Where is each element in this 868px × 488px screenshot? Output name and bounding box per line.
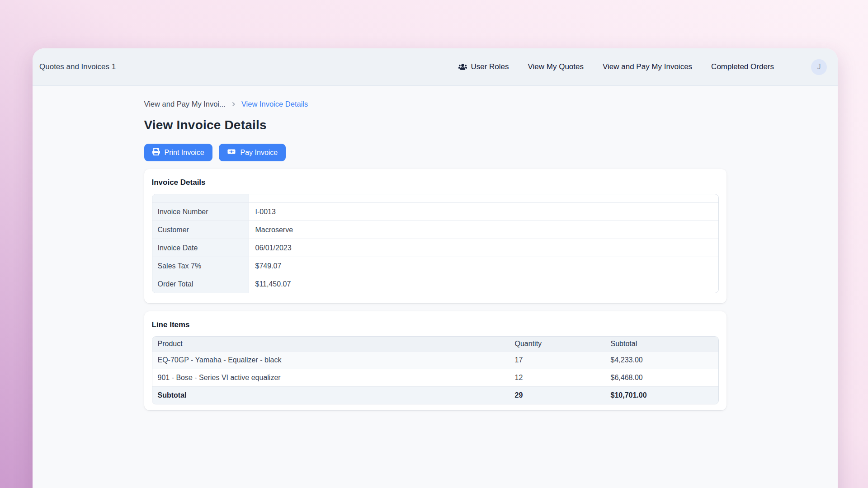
row-label: Customer xyxy=(152,221,249,239)
column-header-quantity: Quantity xyxy=(509,340,605,348)
column-header-product: Product xyxy=(152,340,509,348)
table-row: Invoice Number I-0013 xyxy=(152,202,718,221)
nav-label: View My Quotes xyxy=(528,62,584,71)
column-header-subtotal: Subtotal xyxy=(605,340,718,348)
page-title: View Invoice Details xyxy=(144,118,726,132)
app-window: Quotes and Invoices 1 User Roles View My… xyxy=(33,48,838,488)
invoice-details-table-header xyxy=(152,194,718,202)
button-label: Pay Invoice xyxy=(241,149,278,157)
table-row: Invoice Date 06/01/2023 xyxy=(152,239,718,257)
nav-item-view-and-pay-my-invoices[interactable]: View and Pay My Invoices xyxy=(603,62,692,71)
cell-product: 901 - Bose - Series VI active equalizer xyxy=(152,374,509,382)
cell-quantity: 12 xyxy=(509,374,605,382)
row-label: Order Total xyxy=(152,275,249,293)
table-row: EQ-70GP - Yamaha - Equalizer - black 17 … xyxy=(152,351,718,369)
table-row: Order Total $11,450.07 xyxy=(152,275,718,293)
breadcrumb-parent-link[interactable]: View and Pay My Invoi... xyxy=(144,100,226,108)
money-bill-icon xyxy=(227,148,236,157)
invoice-details-panel: Invoice Details Invoice Number I-0013 Cu… xyxy=(144,169,726,303)
invoice-details-title: Invoice Details xyxy=(152,178,719,187)
pay-invoice-button[interactable]: Pay Invoice xyxy=(219,144,286,161)
table-row: Customer Macroserve xyxy=(152,221,718,239)
cell-subtotal: $6,468.00 xyxy=(605,374,718,382)
row-value: 06/01/2023 xyxy=(249,239,718,257)
row-value: I-0013 xyxy=(249,203,718,221)
breadcrumb-current-link[interactable]: View Invoice Details xyxy=(241,100,308,108)
table-row: 901 - Bose - Series VI active equalizer … xyxy=(152,369,718,386)
header-cell xyxy=(152,194,249,202)
avatar-initial: J xyxy=(817,63,821,71)
row-label: Sales Tax 7% xyxy=(152,257,249,275)
nav-label: Completed Orders xyxy=(711,62,774,71)
line-items-panel: Line Items Product Quantity Subtotal EQ-… xyxy=(144,311,726,410)
app-header: Quotes and Invoices 1 User Roles View My… xyxy=(33,48,838,86)
header-cell xyxy=(249,194,718,202)
invoice-details-table: Invoice Number I-0013 Customer Macroserv… xyxy=(152,194,719,293)
row-label: Invoice Number xyxy=(152,203,249,221)
breadcrumb: View and Pay My Invoi... View Invoice De… xyxy=(144,100,726,108)
nav-item-user-roles[interactable]: User Roles xyxy=(458,62,509,71)
nav-item-completed-orders[interactable]: Completed Orders xyxy=(711,62,774,71)
users-icon xyxy=(458,63,467,70)
nav-label: View and Pay My Invoices xyxy=(603,62,692,71)
main-nav: User Roles View My Quotes View and Pay M… xyxy=(458,59,827,75)
line-items-title: Line Items xyxy=(152,320,719,329)
row-value: $11,450.07 xyxy=(249,275,718,293)
row-value: Macroserve xyxy=(249,221,718,239)
user-avatar[interactable]: J xyxy=(811,59,827,75)
row-label: Invoice Date xyxy=(152,239,249,257)
nav-item-view-my-quotes[interactable]: View My Quotes xyxy=(528,62,584,71)
print-invoice-button[interactable]: Print Invoice xyxy=(144,144,212,161)
table-total-row: Subtotal 29 $10,701.00 xyxy=(152,386,718,404)
chevron-right-icon xyxy=(231,101,236,107)
cell-subtotal: $4,233.00 xyxy=(605,356,718,364)
page-content: View and Pay My Invoi... View Invoice De… xyxy=(144,86,726,410)
button-label: Print Invoice xyxy=(165,149,204,157)
table-row: Sales Tax 7% $749.07 xyxy=(152,257,718,275)
cell-total-quantity: 29 xyxy=(509,391,605,399)
line-items-table: Product Quantity Subtotal EQ-70GP - Yama… xyxy=(152,336,719,404)
app-title: Quotes and Invoices 1 xyxy=(39,62,116,71)
action-buttons: Print Invoice Pay Invoice xyxy=(144,144,726,161)
printer-icon xyxy=(152,148,160,157)
nav-label: User Roles xyxy=(471,62,509,71)
row-value: $749.07 xyxy=(249,257,718,275)
cell-total-label: Subtotal xyxy=(152,391,509,399)
cell-total-subtotal: $10,701.00 xyxy=(605,391,718,399)
line-items-table-header: Product Quantity Subtotal xyxy=(152,337,718,351)
cell-product: EQ-70GP - Yamaha - Equalizer - black xyxy=(152,356,509,364)
cell-quantity: 17 xyxy=(509,356,605,364)
